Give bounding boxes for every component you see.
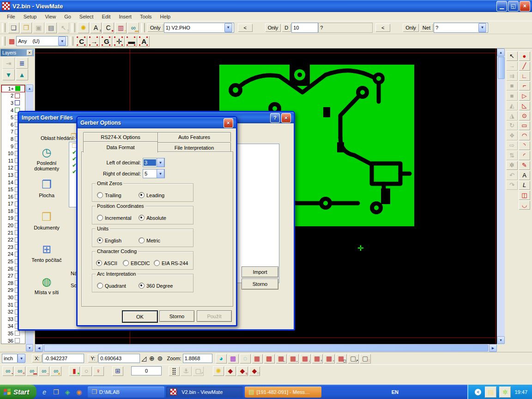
explorer-folder-icon[interactable]: ❒ [51,387,60,397]
view-flash-icon[interactable]: ∞▬ [26,366,37,376]
place-documents[interactable]: ❒ Dokumenty [24,210,69,230]
layers-panel-titlebar[interactable]: Layers × [0,49,34,56]
prev-dcode-button[interactable]: < [238,24,253,32]
radio-360-degree[interactable]: 360 Degree [139,283,173,289]
aperture-flash-icon[interactable]: ✛ [113,36,125,47]
cancel-button[interactable]: Storno [159,310,194,322]
layer-row-1+[interactable]: 1+ [1,85,25,92]
apply-button[interactable]: Použít [197,310,232,322]
inspect-glasses-icon[interactable]: ∞▬ [127,22,139,33]
ok-button[interactable]: OK [122,310,158,323]
view-pads-icon[interactable]: ∞• [2,366,13,376]
radio-icon[interactable] [123,260,129,266]
only-dcode-button[interactable]: Only [265,24,281,32]
move-layer-up-icon[interactable]: ▲ [16,69,28,80]
layer-table-icon[interactable]: ≣ [16,57,28,69]
draw-line-icon[interactable]: ╱ [519,61,530,71]
zoom-film-small-icon[interactable]: ▦▫ [324,354,335,363]
radio-icon[interactable] [97,192,103,198]
shape-filter-combobox[interactable]: Any (U) ▼ [16,36,68,46]
only-layer-button[interactable]: Only [147,24,163,32]
pad-diamond-corners-icon[interactable]: ◆∷ [249,366,260,376]
view-sketch-icon[interactable]: ∞▲ [50,366,61,376]
prev-net-button[interactable]: < [375,24,390,32]
toolbar-grip[interactable] [70,36,73,46]
view-all-film-icon[interactable]: ▩ [264,354,275,363]
layer-color-swatch[interactable] [15,93,20,98]
task-explorer[interactable]: ❒ D:\MLAB [88,387,164,398]
draw-fillet-icon[interactable]: ◡ [519,200,530,210]
new-document-icon[interactable]: ❏ [8,22,19,33]
pan-down-icon[interactable]: ▦↓ [300,354,311,363]
menu-item-help[interactable]: Help [156,13,175,20]
aperture-dash-icon[interactable]: ▬ [126,36,137,47]
toolbar-grip[interactable] [141,23,145,32]
start-button[interactable]: Start [0,385,36,399]
view-draw-icon[interactable]: ∞– [38,366,49,376]
place-my-computer[interactable]: ⊞ Tento počítač [24,242,69,263]
close-icon[interactable]: × [281,113,291,123]
scroll-right-icon[interactable]: ▶ [489,344,497,352]
left-of-decimal-combobox[interactable]: 3 ▼ [143,158,165,167]
tray-notes-icon[interactable]: ▤ [485,387,496,398]
scroll-down-icon[interactable]: ▼ [26,344,33,351]
radio-icon[interactable] [139,237,145,243]
select-points-icon[interactable]: ▢∷ [360,354,371,363]
radio-icon[interactable] [97,237,103,243]
chevron-down-icon[interactable]: ▼ [224,23,232,32]
layer-row-2[interactable]: 2 [1,92,25,100]
help-icon[interactable]: ? [270,113,280,123]
menu-item-insert[interactable]: Insert [115,13,136,20]
task-messenger[interactable]: ▤ [191-482-091] - Mess… [245,387,321,398]
tray-ico-icon[interactable]: ✲ [499,387,511,398]
menu-item-tools[interactable]: Tools [136,13,156,20]
pan-right-icon[interactable]: ▦→ [288,354,299,363]
layer-color-swatch[interactable] [15,338,20,343]
zoom-film-window-icon[interactable]: ▦◻ [336,354,347,363]
gerber-dialog-titlebar[interactable]: Gerber Options × [78,117,236,128]
target-origin-icon[interactable]: ⊚ [157,355,163,362]
zoom-select-icon[interactable]: ▩ [228,354,239,363]
radio-icon[interactable] [97,215,103,221]
zoom-value-input[interactable]: 1.8868 [183,354,212,363]
radio-ascii[interactable]: ASCII [96,260,117,266]
radio-icon[interactable] [154,260,160,266]
language-indicator[interactable]: EN [389,389,401,395]
radio-icon[interactable] [139,283,145,289]
draw-rectangle-icon[interactable]: ▭ [519,121,530,131]
close-icon[interactable]: × [224,118,233,128]
draw-sketch-icon[interactable]: ✎ [519,161,530,170]
traffic-light-icon[interactable]: ▮● [69,366,80,376]
aperture-a-icon[interactable]: A [138,36,150,47]
radio-ebcdic[interactable]: EBCDIC [123,260,150,266]
toolbar-grip[interactable] [72,23,75,32]
draw-pad-icon[interactable]: ● [519,51,530,61]
crosshair-icon[interactable]: ⊕ [149,355,155,362]
draw-curve-icon[interactable]: ◝ [519,141,530,151]
radio-eia-rs244[interactable]: EIA RS-244 [154,260,188,266]
hscroll-thumb[interactable] [44,345,488,351]
probe-lamp-icon[interactable]: ♀ [93,366,104,376]
layer-row-36[interactable]: 36 [1,337,25,344]
vscroll-thumb[interactable] [498,57,505,79]
radio-icon[interactable] [96,260,102,266]
aperture-g-icon[interactable]: G [101,36,112,47]
place-desktop[interactable]: ❐ Plocha [24,178,69,198]
settings-gear-icon[interactable]: ✲ [506,161,518,170]
layer-row-3[interactable]: 3 [1,99,25,107]
radio-incremental[interactable]: Incremental [97,215,131,221]
radio-icon[interactable] [97,283,103,289]
toolbar-grip[interactable] [2,23,6,32]
measure-text-icon[interactable]: A‖ [90,22,102,33]
firefox-icon[interactable]: ◉ [74,387,84,397]
layer-combobox[interactable]: 1) V2.PHO ▼ [164,23,234,33]
menu-item-go[interactable]: Go [60,13,75,20]
scroll-up-icon[interactable]: ▲ [497,48,505,56]
horizontal-scrollbar[interactable]: ◀ ▶ [35,344,497,352]
only-net-button[interactable]: Only [403,24,419,32]
draw-arc-ccw-icon[interactable]: ◜ [519,151,530,160]
dcode-input[interactable]: 10 [291,23,318,33]
layer-color-swatch[interactable] [15,86,20,91]
clock[interactable]: 19:47 [514,389,527,395]
radio-trailing[interactable]: Trailing [97,192,121,198]
